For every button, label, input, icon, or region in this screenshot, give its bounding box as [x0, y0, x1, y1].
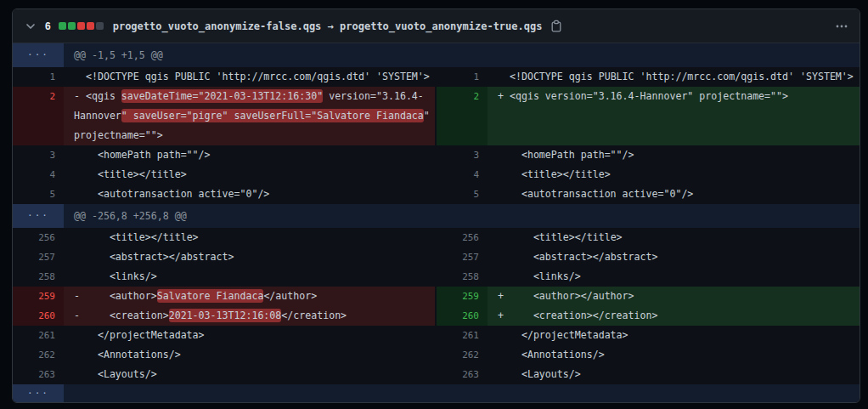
left-side: 5 <autotransaction active="0"/> [13, 185, 435, 204]
new-line-number[interactable]: 263 [437, 365, 488, 384]
new-line-number[interactable]: 3 [437, 145, 488, 165]
new-line-number[interactable]: 258 [437, 267, 488, 287]
left-side: 3 <homePath path=""/> [13, 145, 435, 165]
expand-hunk-button[interactable]: ··· [13, 43, 64, 67]
changed-lines-count: 6 [45, 20, 51, 32]
expander-row: ··· [13, 384, 860, 402]
hunk-range-label: @@ -256,8 +256,8 @@ [64, 204, 187, 228]
diffstat-block-neutral [96, 22, 104, 30]
old-code-cell: - <qgis saveDateTime="2021-03-13T12:16:3… [64, 87, 435, 145]
changed-segment: " saveUser="pigre" saveUserFull="Salvato… [121, 109, 424, 122]
left-side: 262 <Annotations/> [13, 345, 435, 365]
old-code-cell: </projectMetadata> [64, 326, 435, 345]
old-line-number[interactable]: 1 [13, 67, 64, 87]
new-code-cell: <abstract></abstract> [488, 247, 860, 267]
code-text: + <author></author> [498, 290, 634, 302]
old-code-cell: <autotransaction active="0"/> [64, 185, 435, 204]
right-side: 258 <links/> [435, 267, 860, 287]
code-text: </creation> [281, 310, 347, 321]
old-line-number[interactable]: 259 [13, 287, 64, 306]
code-text: <Layouts/> [498, 368, 581, 380]
code-text: <!DOCTYPE qgis PUBLIC 'http://mrcc.com/q… [498, 71, 854, 82]
new-line-number[interactable]: 259 [437, 287, 488, 306]
diffstat [59, 22, 104, 30]
left-side: 258 <links/> [13, 267, 435, 287]
new-filename: progetto_vuoto_anonymize-true.qgs [340, 20, 542, 32]
changed-segment: 2021-03-13T12:16:08 [169, 309, 282, 322]
expand-hunk-button[interactable]: ··· [13, 204, 64, 228]
code-text: <Annotations/> [498, 349, 605, 361]
new-line-number[interactable]: 1 [437, 67, 488, 87]
collapse-file-button[interactable] [23, 19, 38, 34]
code-text: <title></title> [74, 168, 187, 180]
diffstat-block-deletion [87, 22, 94, 30]
new-line-number[interactable]: 4 [437, 165, 488, 185]
old-line-number[interactable]: 258 [13, 267, 64, 287]
right-side: 256 <title></title> [435, 228, 860, 247]
right-side: 1 <!DOCTYPE qgis PUBLIC 'http://mrcc.com… [435, 67, 860, 87]
old-line-number[interactable]: 263 [13, 365, 64, 384]
code-text: <autotransaction active="0"/> [74, 188, 269, 200]
right-side: 261 </projectMetadata> [435, 326, 860, 345]
left-side: 260- <creation>2021-03-13T12:16:08</crea… [13, 306, 435, 326]
left-side: 2- <qgis saveDateTime="2021-03-13T12:16:… [13, 87, 435, 145]
old-line-number[interactable]: 4 [13, 165, 64, 185]
new-code-cell: + <creation></creation> [488, 306, 860, 326]
code-text: </projectMetadata> [498, 329, 628, 341]
hunk-range-label [64, 384, 74, 402]
code-text: </author> [263, 290, 317, 302]
code-text: <links/> [498, 270, 581, 282]
new-code-cell: <Layouts/> [488, 365, 860, 384]
expand-hunk-button[interactable]: ··· [13, 384, 64, 402]
new-line-number[interactable]: 257 [437, 247, 488, 267]
code-text: <Annotations/> [74, 349, 181, 361]
code-text: <abstract></abstract> [498, 251, 657, 263]
new-line-number[interactable]: 262 [437, 345, 488, 365]
old-code-cell: - <author>Salvatore Fiandaca</author> [64, 287, 435, 306]
code-text: </projectMetadata> [74, 329, 205, 341]
new-code-cell: <autotransaction active="0"/> [488, 185, 860, 204]
code-text: <homePath path=""/> [498, 149, 634, 161]
old-code-cell: <links/> [64, 267, 435, 287]
changed-segment: Salvatore Fiandaca [157, 289, 264, 303]
new-line-number[interactable]: 256 [437, 228, 488, 247]
file-header: 6 progetto_vuoto_anonymize-false.qgs → p… [13, 9, 860, 43]
left-side: 4 <title></title> [13, 165, 435, 185]
code-text: <!DOCTYPE qgis PUBLIC 'http://mrcc.com/q… [74, 71, 430, 82]
diff-row: 256 <title></title>256 <title></title> [13, 228, 860, 247]
changed-segment: saveDateTime="2021-03-13T12:16:30" [121, 89, 323, 103]
copy-file-path-button[interactable] [549, 19, 564, 34]
old-line-number[interactable]: 5 [13, 185, 64, 204]
new-line-number[interactable]: 261 [437, 326, 488, 345]
old-line-number[interactable]: 260 [13, 306, 64, 326]
right-side: 263 <Layouts/> [435, 365, 860, 384]
code-text: <links/> [74, 270, 157, 282]
left-side: 261 </projectMetadata> [13, 326, 435, 345]
new-code-cell: <homePath path=""/> [488, 145, 860, 165]
old-line-number[interactable]: 3 [13, 145, 64, 165]
hunk-range-label: @@ -1,5 +1,5 @@ [64, 43, 163, 67]
new-line-number[interactable]: 2 [437, 87, 488, 145]
old-line-number[interactable]: 261 [13, 326, 64, 345]
file-options-button[interactable] [834, 19, 849, 34]
right-side: 262 <Annotations/> [435, 345, 860, 365]
rename-arrow: → [328, 20, 334, 32]
new-code-cell: <!DOCTYPE qgis PUBLIC 'http://mrcc.com/q… [488, 67, 860, 87]
diff-row: 257 <abstract></abstract>257 <abstract><… [13, 247, 860, 267]
diff-row: 262 <Annotations/>262 <Annotations/> [13, 345, 860, 365]
code-text: <homePath path=""/> [74, 149, 211, 161]
old-line-number[interactable]: 257 [13, 247, 64, 267]
old-line-number[interactable]: 262 [13, 345, 64, 365]
right-side: 3 <homePath path=""/> [435, 145, 860, 165]
new-line-number[interactable]: 260 [437, 306, 488, 326]
new-code-cell: <Annotations/> [488, 345, 860, 365]
old-filename: progetto_vuoto_anonymize-false.qgs [113, 20, 322, 32]
left-side: 256 <title></title> [13, 228, 435, 247]
old-line-number[interactable]: 256 [13, 228, 64, 247]
new-code-cell: + <qgis version="3.16.4-Hannover" projec… [488, 87, 860, 145]
old-line-number[interactable]: 2 [13, 87, 64, 145]
file-rename-label[interactable]: progetto_vuoto_anonymize-false.qgs → pro… [113, 20, 543, 32]
diff-row: 258 <links/>258 <links/> [13, 267, 860, 287]
new-line-number[interactable]: 5 [437, 185, 488, 204]
new-code-cell: </projectMetadata> [488, 326, 860, 345]
